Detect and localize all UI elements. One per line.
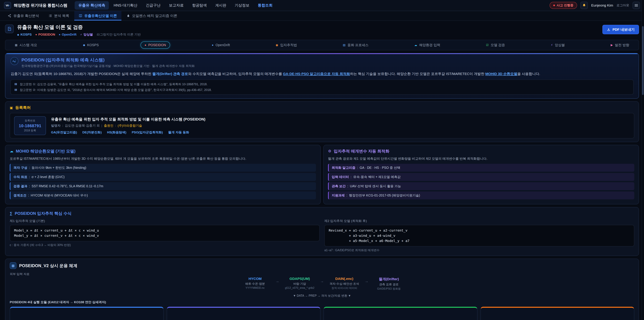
modules-section-label: POSEIDON 4대 실행 모듈 (EA012 대격자 → KO108 연안 … bbox=[10, 300, 634, 304]
nav-item-board[interactable]: 게시판 bbox=[212, 1, 230, 10]
notifications-button[interactable] bbox=[580, 2, 588, 9]
section-nav-label: 모델 검증 bbox=[491, 43, 505, 47]
row-value: 행정안전부 KCG-01-2017-05 (해양경비지원기술) bbox=[349, 193, 420, 198]
model2-code-block: Revised_x = a1·current_u + a2·current_v … bbox=[324, 225, 634, 246]
pdf-export-button[interactable]: PDF 내보내기 bbox=[602, 25, 639, 34]
arrow-icon: → bbox=[365, 279, 368, 283]
tab-analysis-list[interactable]: 분석 목록 bbox=[44, 11, 74, 21]
nav-item-emergency-rescue[interactable]: 긴급구난 bbox=[142, 1, 164, 10]
topbar-right: 사고 진행중 Eunjeong Kim 로그아웃 bbox=[550, 2, 640, 9]
body-text: 김충기·김도연 외(등록특허 10-1868791, 2018)가 개발한 PO… bbox=[11, 72, 152, 76]
row-label: 경계조건 bbox=[14, 193, 26, 198]
patent-number-label: 등록번호 bbox=[19, 119, 41, 123]
menu-button[interactable] bbox=[632, 2, 640, 9]
main-content: 유출유 확산 모델 이론 및 검증 ◆KOSPS ●POSEIDON ●Open… bbox=[0, 21, 644, 320]
badge-kosps: ◆KOSPS bbox=[17, 33, 32, 37]
section-nav-ensemble[interactable]: ⚡앙상블 bbox=[547, 41, 569, 49]
tab-oil-fence-algorithm-theory[interactable]: 오일펜스 배치 알고리즘 이론 bbox=[122, 11, 182, 21]
poseidon-card-head: POSEIDON (입자추적 최적화 예측 시스템) 한국해양환경연구원·(주)… bbox=[10, 57, 634, 68]
nav-item-weather-info[interactable]: 기상정보 bbox=[231, 1, 253, 10]
main-nav: 유출유 확산예측 HNS·대기확산 긴급구난 보고자료 항공탐색 게시판 기상정… bbox=[75, 1, 545, 10]
dot-icon: ● bbox=[144, 44, 146, 47]
row-value: 동아시아 9km + 한반도 3km (Nesting) bbox=[32, 165, 86, 170]
tag-pso: PSO(입자군집최적화) bbox=[132, 130, 163, 135]
inventors: 김도연·김용묵·김충기 외 bbox=[65, 124, 100, 128]
mohid-highlight: MOHID 3D 순환모델 bbox=[485, 72, 518, 76]
scrollbar-thumb[interactable] bbox=[642, 26, 644, 95]
brand-title: 해양환경 위기대응 통합시스템 bbox=[14, 3, 67, 8]
section-nav-ocean-env-input[interactable]: ☁해양환경 입력 bbox=[410, 41, 444, 49]
section-nav-system-overview[interactable]: ▦시스템 개요 bbox=[11, 41, 41, 49]
model2-caption: a1~a7 : GA/DE/PSO로 최적화된 매개변수 bbox=[324, 248, 634, 252]
source-desc: 격자·수심·해안선·조석 bbox=[328, 282, 360, 286]
check-icon: ☑ bbox=[486, 44, 488, 47]
brand[interactable]: 해양환경 위기대응 통합시스템 bbox=[4, 2, 67, 9]
tab-diffusion-analysis[interactable]: 유출유 확산분석 bbox=[3, 11, 44, 21]
patent-number-value: 10-1868791 bbox=[19, 124, 41, 128]
reference-text: 참고문헌 ①: 김도연·김용묵, "유출유 확산 예측을 위한 입자 추적 모듈… bbox=[20, 82, 208, 86]
v2-title-label: POSEIDON_V2 상시 운용 체계 bbox=[19, 263, 77, 268]
tag-hs: HS(화음탐색) bbox=[107, 130, 126, 135]
dot-icon: ● bbox=[36, 33, 37, 36]
tab-diffusion-model-theory[interactable]: 유출유확산모델 이론 bbox=[74, 11, 122, 21]
badge-ensemble: ⚡앙상블 bbox=[80, 32, 93, 37]
row-label: 입력 데이터 bbox=[332, 175, 349, 179]
top-bar: 해양환경 위기대응 통합시스템 유출유 확산예측 HNS·대기확산 긴급구난 보… bbox=[0, 0, 644, 11]
row-value: GA · DE · HS · PSO 중 선택 bbox=[360, 165, 400, 170]
section-nav-weathering-process[interactable]: ▤풍화 프로세스 bbox=[339, 41, 373, 49]
nav-item-reports[interactable]: 보고자료 bbox=[165, 1, 187, 10]
pipe-separator: | bbox=[101, 124, 102, 128]
rocket-icon: ▶ bbox=[611, 44, 613, 47]
section-nav: ▦시스템 개요 ◆KOSPS ●POSEIDON ●OpenDrift ◉입자추… bbox=[5, 40, 639, 50]
section-nav-particle-tracking[interactable]: ◉입자추적법 bbox=[272, 41, 301, 49]
book-icon bbox=[79, 14, 82, 18]
section-nav-label: KOSPS bbox=[87, 43, 99, 47]
arrow-icon: → bbox=[320, 279, 324, 283]
section-nav-opendrift[interactable]: ●OpenDrift bbox=[208, 42, 234, 49]
user-name: Eunjeong Kim bbox=[591, 3, 613, 8]
optimization-description: 뜰개 관측 경로와 제1 모델 예측값의 단위시간별 변화량을 비교하여 제2 … bbox=[328, 156, 634, 161]
app-root: 해양환경 위기대응 통합시스템 유출유 확산예측 HNS·대기확산 긴급구난 보… bbox=[0, 0, 644, 320]
code-line: + a5·Model_x + a6·Model_y + a7 bbox=[329, 238, 630, 243]
code-line: Model_x = Δt × current_u + Δt × c × wind… bbox=[14, 228, 315, 233]
lightning-icon: ⚡ bbox=[80, 33, 82, 36]
gear-icon: ⚙ bbox=[328, 149, 332, 153]
model1-code-block: Model_x = Δt × current_u + Δt × c × wind… bbox=[10, 225, 320, 241]
row-label: 관측 보간 bbox=[332, 184, 346, 188]
info-row-vertical-coord: 수직 좌표:σ + Z-level 혼합 (GVC) bbox=[10, 173, 316, 181]
code-line: Revised_x = a1·current_u + a2·current_v bbox=[329, 228, 630, 233]
nav-item-integrated-search[interactable]: 통합조회 bbox=[254, 1, 276, 10]
row-value: HYCOM 재분석 (MYOCEAN 대비 우수) bbox=[31, 193, 88, 198]
colon: : bbox=[62, 124, 63, 128]
algorithms-highlight: GA·DE·HS·PSO 알고리즘으로 자동 최적화 bbox=[283, 72, 350, 76]
dot-icon: ● bbox=[59, 33, 60, 36]
diamond-icon: ◆ bbox=[83, 44, 85, 47]
patent-tags: GA(유전알고리즘) DE(차분진화) HS(화음탐색) PSO(입자군집최적화… bbox=[51, 130, 205, 135]
info-row-observation: 관측 보간:UAV·선박 탑재 센서 동시 활용 가능 bbox=[328, 182, 634, 190]
nav-item-aerial-search[interactable]: 항공탐색 bbox=[188, 1, 210, 10]
row-value: 유속·풍속 벡터 + 제1모델 예측값 bbox=[353, 175, 401, 179]
source-file: GA/DE/PSO 동화용 bbox=[373, 287, 405, 291]
bell-icon bbox=[582, 3, 586, 8]
source-desc: 해류·수온·염분 bbox=[239, 282, 271, 286]
section-nav-future-direction[interactable]: ▶발전 방향 bbox=[606, 41, 633, 49]
section-nav-label: 앙상블 bbox=[555, 43, 565, 47]
grid-icon: ▦ bbox=[15, 44, 18, 47]
optimization-card-title: ⚙ 입자추적 매개변수 자동 최적화 bbox=[328, 149, 634, 154]
page-head: 유출유 확산 모델 이론 및 검증 ◆KOSPS ●POSEIDON ●Open… bbox=[5, 24, 639, 37]
section-nav-poseidon[interactable]: ●POSEIDON bbox=[140, 42, 170, 49]
incident-status-badge[interactable]: 사고 진행중 bbox=[550, 2, 577, 9]
nav-item-oil-spill-prediction[interactable]: 유출유 확산예측 bbox=[75, 1, 109, 10]
page-title: 유출유 확산 모델 이론 및 검증 bbox=[17, 24, 141, 31]
applicant-label: 출원인 bbox=[104, 124, 113, 128]
tag-ga: GA(유전알고리즘) bbox=[51, 130, 77, 135]
logout-button[interactable]: 로그아웃 bbox=[616, 3, 629, 8]
page-doc-icon bbox=[5, 25, 14, 33]
page-scrollbar bbox=[642, 0, 644, 320]
section-nav-model-validation[interactable]: ☑모델 검증 bbox=[482, 41, 509, 49]
section-nav-kosps[interactable]: ◆KOSPS bbox=[79, 42, 103, 49]
poseidon-overview-card: POSEIDON (입자추적 최적화 예측 시스템) 한국해양환경연구원·(주)… bbox=[5, 53, 639, 99]
nav-item-hns-air-diffusion[interactable]: HNS·대기확산 bbox=[110, 1, 141, 10]
reference-text: 참고문헌 ②: 이재호·임병준·김도연 외, "2016년 동아시아 해역의 M… bbox=[20, 88, 212, 92]
modules-grid-icon: ▦ bbox=[10, 262, 16, 269]
